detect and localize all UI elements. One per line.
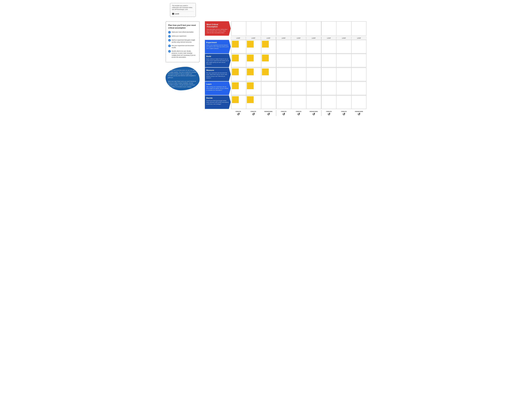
loop-2-2: LOOP xyxy=(291,37,306,40)
persevere-arrow-1: ↺ xyxy=(267,113,270,116)
decide-cell-2-2[interactable] xyxy=(291,96,306,109)
sticky-exp-3 xyxy=(262,41,269,47)
iterate-arrow-3-2: ↺ xyxy=(342,113,345,116)
exp-cell-1-1[interactable] xyxy=(231,40,246,53)
iterate-label-1-2: ITERATE xyxy=(251,111,256,112)
lucid-logo-icon: ⬛ xyxy=(172,13,174,15)
iterate-2-1: ITERATE ↺ xyxy=(276,110,291,116)
learn-cell-2-1[interactable] xyxy=(276,82,291,95)
inst-item-2: 2 Define your experiment. xyxy=(168,35,197,37)
meas-cell-1-3[interactable] xyxy=(261,68,276,81)
loop-2-1: LOOP xyxy=(276,37,291,40)
exp-cell-1-2[interactable] xyxy=(246,40,261,53)
exp-cell-1-3[interactable] xyxy=(261,40,276,53)
decide-cell-3-3[interactable] xyxy=(351,96,366,109)
meas-cell-1-1[interactable] xyxy=(231,68,246,81)
learn-cell-3-3[interactable] xyxy=(351,82,366,95)
mca-cell-1-2[interactable] xyxy=(246,21,261,36)
decide-cell-3-1[interactable] xyxy=(321,96,336,109)
decide-cell-2-1[interactable] xyxy=(276,96,291,109)
decide-desc: Should you iterate (go through another l… xyxy=(206,100,229,105)
exp-cell-2-1[interactable] xyxy=(276,40,291,53)
iterate-label-3-1: ITERATE xyxy=(326,111,332,112)
learn-title: Learn xyxy=(206,83,229,85)
learn-label: Learn After running your experiment, dis… xyxy=(205,82,231,95)
build-cell-2-1[interactable] xyxy=(276,54,291,67)
mca-cell-2-1[interactable] xyxy=(276,21,291,36)
iterate-label-2-2: ITERATE xyxy=(296,111,301,112)
decide-cell-2-3[interactable] xyxy=(306,96,321,109)
meas-cell-3-2[interactable] xyxy=(336,68,351,81)
experiment-row: Experiment What is your hypothesis and t… xyxy=(205,40,367,53)
meas-cell-3-3[interactable] xyxy=(351,68,366,81)
exp-cell-2-3[interactable] xyxy=(306,40,321,53)
build-cell-1-1[interactable] xyxy=(231,54,246,67)
mca-cell-2-3[interactable] xyxy=(306,21,321,36)
exp-cell-2-2[interactable] xyxy=(291,40,306,53)
mca-cell-3-2[interactable] xyxy=(336,21,351,36)
persevere-2: PERSEVERE ↺ xyxy=(306,110,321,116)
build-cell-2-2[interactable] xyxy=(291,54,306,67)
mca-desc: What assumption are you making about you… xyxy=(207,29,228,34)
learn-cell-1-3[interactable] xyxy=(261,82,276,95)
inst-num-1: 1 xyxy=(168,31,171,34)
learn-cell-1-2[interactable] xyxy=(246,82,261,95)
build-cell-3-2[interactable] xyxy=(336,54,351,67)
build-cell-3-1[interactable] xyxy=(321,54,336,67)
measure-label: Measure Run your experiment and document… xyxy=(205,68,231,81)
persevere-1: PERSEVERE ↺ xyxy=(261,110,276,116)
inst-num-2: 2 xyxy=(168,35,171,37)
mca-cell-2-2[interactable] xyxy=(291,21,306,36)
decide-cell-1-1[interactable] xyxy=(231,96,246,109)
learn-cell-3-2[interactable] xyxy=(336,82,351,95)
blob-content: Innovation isn't a one-time event, nor c… xyxy=(166,67,200,90)
mca-cell-3-1[interactable] xyxy=(321,21,336,36)
exp-cell-3-2[interactable] xyxy=(336,40,351,53)
decide-cell-1-2[interactable] xyxy=(246,96,261,109)
measure-title: Measure xyxy=(206,69,229,71)
build-cell-3-3[interactable] xyxy=(351,54,366,67)
sticky-decide-2 xyxy=(247,96,254,103)
learn-cell-2-2[interactable] xyxy=(291,82,306,95)
iterate-3-2: ITERATE ↺ xyxy=(336,110,351,116)
decide-cell-1-3[interactable] xyxy=(261,96,276,109)
mca-cell-3-3[interactable] xyxy=(351,21,366,36)
sticky-meas-1 xyxy=(232,68,239,75)
inst-text-1: State your most critical assumption. xyxy=(172,31,194,33)
inst-item-3: 3 Build an experiment that gains insight… xyxy=(168,39,197,43)
decide-cell-3-2[interactable] xyxy=(336,96,351,109)
meas-cell-1-2[interactable] xyxy=(246,68,261,81)
build-cell-1-2[interactable] xyxy=(246,54,261,67)
sticky-decide-1 xyxy=(232,96,239,103)
build-cell-2-3[interactable] xyxy=(306,54,321,67)
inst-text-5: Decide what to do next: Iterate, preserv… xyxy=(172,50,197,58)
mca-cell-1-3[interactable] xyxy=(261,21,276,36)
learn-cell-1-1[interactable] xyxy=(231,82,246,95)
meas-cell-2-1[interactable] xyxy=(276,68,291,81)
inst-num-4: 4 xyxy=(168,45,171,47)
iterate-3-1: ITERATE ↺ xyxy=(321,110,336,116)
build-row: Build Build a Minimum Viable Product to … xyxy=(205,54,367,67)
sticky-build-2 xyxy=(247,55,254,62)
meas-cell-2-2[interactable] xyxy=(291,68,306,81)
iterate-label-2-1: ITERATE xyxy=(281,111,286,112)
build-label: Build Build a Minimum Viable Product to … xyxy=(205,54,231,67)
experiment-desc: What is your hypothesis and the behavior… xyxy=(206,44,229,49)
mca-row: Most Critical Assumption What assumption… xyxy=(205,21,367,36)
learn-cell-2-3[interactable] xyxy=(306,82,321,95)
learn-cell-3-1[interactable] xyxy=(321,82,336,95)
mca-cell-1-1[interactable] xyxy=(231,21,246,36)
build-title: Build xyxy=(206,55,229,57)
iterate-2-2: ITERATE ↺ xyxy=(291,110,306,116)
lucid-info-box: This template was created in collaborati… xyxy=(170,3,196,17)
meas-cell-3-1[interactable] xyxy=(321,68,336,81)
iterate-arrow-2-2: ↺ xyxy=(297,113,300,116)
meas-cell-2-3[interactable] xyxy=(306,68,321,81)
exp-cell-3-1[interactable] xyxy=(321,40,336,53)
exp-cell-3-3[interactable] xyxy=(351,40,366,53)
info-blob: Innovation isn't a one-time event, nor c… xyxy=(166,67,200,90)
build-cell-1-3[interactable] xyxy=(261,54,276,67)
sticky-build-3 xyxy=(262,55,269,62)
iterate-arrow-1-1: ↺ xyxy=(237,113,240,116)
loop-3-2: LOOP xyxy=(336,37,351,40)
